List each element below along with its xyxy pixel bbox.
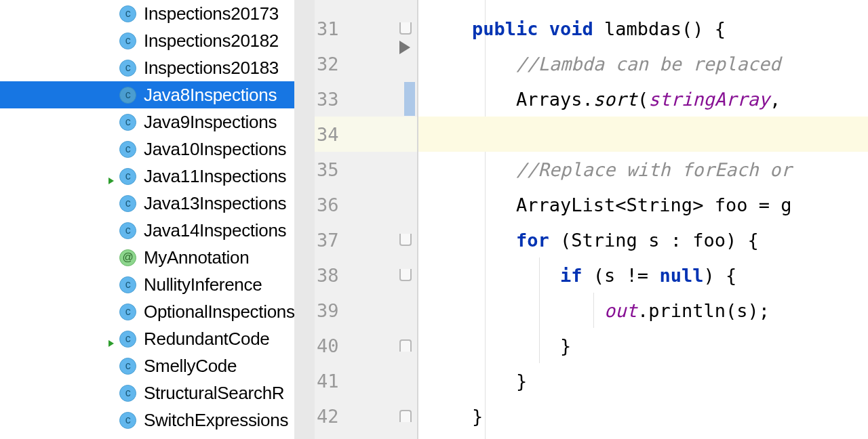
gutter-line-36[interactable]: 36 bbox=[294, 187, 417, 222]
indent-guide bbox=[539, 257, 540, 293]
tree-item-label: Java10Inspections bbox=[144, 139, 286, 160]
code-token: } bbox=[428, 371, 527, 392]
gutter-line-35[interactable]: 35 bbox=[294, 152, 417, 187]
code-token: lambdas() { bbox=[593, 18, 726, 39]
code-line-39[interactable]: out.println(s); bbox=[418, 293, 868, 328]
tree-item-optionalinspections[interactable]: cOptionalInspections bbox=[0, 298, 294, 325]
line-number: 31 bbox=[317, 18, 339, 39]
code-line-41[interactable]: } bbox=[418, 363, 868, 398]
code-editor[interactable]: public void lambdas() { //Lambda can be … bbox=[418, 0, 868, 439]
tree-item-inspections20182[interactable]: cInspections20182 bbox=[0, 27, 294, 54]
line-number: 37 bbox=[317, 230, 339, 251]
tree-item-label: Java14Inspections bbox=[144, 220, 286, 241]
code-line-34[interactable] bbox=[418, 117, 868, 152]
fold-marker-icon[interactable] bbox=[399, 339, 412, 352]
fold-marker-icon[interactable] bbox=[399, 269, 412, 281]
gutter-line-32[interactable]: 32 bbox=[294, 46, 417, 81]
gutter-line-37[interactable]: 37 bbox=[294, 222, 417, 257]
tree-item-label: Java9Inspections bbox=[144, 112, 277, 133]
class-icon: c bbox=[119, 358, 136, 375]
code-token: public void bbox=[472, 18, 593, 39]
editor-gutter[interactable]: 313233343536373839404142 bbox=[294, 0, 418, 439]
indent-guide bbox=[539, 328, 540, 363]
tree-item-nullityinference[interactable]: cNullityInference bbox=[0, 271, 294, 298]
tree-item-myannotation[interactable]: @MyAnnotation bbox=[0, 244, 294, 271]
gutter-line-33[interactable]: 33 bbox=[294, 81, 417, 117]
tree-item-structuralsearchr[interactable]: cStructuralSearchR bbox=[0, 379, 294, 406]
annotation-icon: @ bbox=[119, 249, 136, 266]
code-line-42[interactable]: } bbox=[418, 398, 868, 434]
gutter-line-38[interactable]: 38 bbox=[294, 257, 417, 293]
tree-item-java8inspections[interactable]: cJava8Inspections bbox=[0, 81, 294, 108]
tree-item-inspections20183[interactable]: cInspections20183 bbox=[0, 54, 294, 81]
code-token: for bbox=[516, 230, 549, 251]
line-number: 38 bbox=[317, 265, 339, 286]
code-line-37[interactable]: for (String s : foo) { bbox=[418, 222, 868, 257]
line-number: 41 bbox=[317, 371, 339, 392]
tree-item-label: SmellyCode bbox=[144, 356, 237, 377]
line-number: 42 bbox=[317, 406, 339, 427]
code-token bbox=[428, 265, 560, 286]
class-icon: c bbox=[119, 114, 136, 131]
code-token: ( bbox=[637, 89, 648, 110]
gutter-line-31[interactable]: 31 bbox=[294, 11, 417, 46]
code-token: out bbox=[604, 300, 637, 321]
gutter-line-42[interactable]: 42 bbox=[294, 398, 417, 434]
class-icon: c bbox=[119, 87, 136, 104]
cursor-line-marker bbox=[404, 82, 415, 116]
class-icon: c bbox=[119, 304, 136, 320]
class-icon: c bbox=[119, 33, 136, 49]
fold-marker-icon[interactable] bbox=[399, 234, 412, 246]
code-line-38[interactable]: if (s != null) { bbox=[418, 257, 868, 293]
code-token: , bbox=[770, 89, 781, 110]
gutter-line-39[interactable]: 39 bbox=[294, 293, 417, 328]
code-line-31[interactable]: public void lambdas() { bbox=[418, 11, 868, 46]
fold-marker-icon[interactable] bbox=[399, 22, 412, 35]
line-number: 34 bbox=[317, 124, 339, 145]
tree-item-java11inspections[interactable]: cJava11Inspections bbox=[0, 163, 294, 190]
project-tree-sidebar[interactable]: cInspections20173cInspections20182cInspe… bbox=[0, 0, 294, 439]
class-icon: c bbox=[119, 412, 136, 429]
gutter-line-41[interactable]: 41 bbox=[294, 363, 417, 398]
code-token: //Lambda can be replaced bbox=[516, 54, 781, 75]
code-token: (String s : foo) { bbox=[549, 230, 759, 251]
code-line-32[interactable]: //Lambda can be replaced bbox=[418, 46, 868, 81]
tree-item-smellycode[interactable]: cSmellyCode bbox=[0, 352, 294, 379]
tree-item-java13inspections[interactable]: cJava13Inspections bbox=[0, 190, 294, 217]
code-token: if bbox=[560, 265, 583, 286]
tree-item-redundantcode[interactable]: cRedundantCode bbox=[0, 325, 294, 352]
code-token: Arrays. bbox=[428, 89, 593, 110]
tree-item-java9inspections[interactable]: cJava9Inspections bbox=[0, 108, 294, 135]
code-token: stringArray bbox=[648, 89, 770, 110]
code-token bbox=[428, 159, 516, 180]
indent-guide bbox=[593, 293, 594, 328]
gutter-line-40[interactable]: 40 bbox=[294, 328, 417, 363]
code-line-40[interactable]: } bbox=[418, 328, 868, 363]
code-line-33[interactable]: Arrays.sort(stringArray, bbox=[418, 81, 868, 117]
code-token: null bbox=[659, 265, 703, 286]
code-token: } bbox=[428, 335, 571, 356]
tree-item-inspections20173[interactable]: cInspections20173 bbox=[0, 0, 294, 27]
tree-item-java10inspections[interactable]: cJava10Inspections bbox=[0, 135, 294, 163]
tree-item-label: StructuralSearchR bbox=[144, 383, 284, 404]
code-line-35[interactable]: //Replace with forEach or bbox=[418, 152, 868, 187]
gutter-line-34[interactable]: 34 bbox=[294, 117, 417, 152]
indent-guide bbox=[539, 293, 540, 328]
tree-item-java14inspections[interactable]: cJava14Inspections bbox=[0, 217, 294, 244]
code-token: ArrayList<String> foo = g bbox=[428, 194, 791, 215]
tree-item-label: Inspections20183 bbox=[144, 58, 279, 79]
tree-item-label: Java11Inspections bbox=[144, 166, 286, 187]
class-icon: c bbox=[119, 5, 136, 22]
code-token: } bbox=[428, 406, 483, 427]
line-number: 36 bbox=[317, 194, 339, 215]
code-line-36[interactable]: ArrayList<String> foo = g bbox=[418, 187, 868, 222]
tree-item-switchexpressions[interactable]: cSwitchExpressions bbox=[0, 406, 294, 434]
class-icon: c bbox=[119, 222, 136, 239]
class-icon: c bbox=[119, 276, 136, 293]
code-token bbox=[428, 300, 604, 321]
code-token: ) { bbox=[703, 265, 736, 286]
line-number: 32 bbox=[317, 54, 339, 75]
code-token bbox=[428, 54, 516, 75]
fold-marker-icon[interactable] bbox=[399, 410, 412, 422]
class-icon: c bbox=[119, 168, 136, 185]
